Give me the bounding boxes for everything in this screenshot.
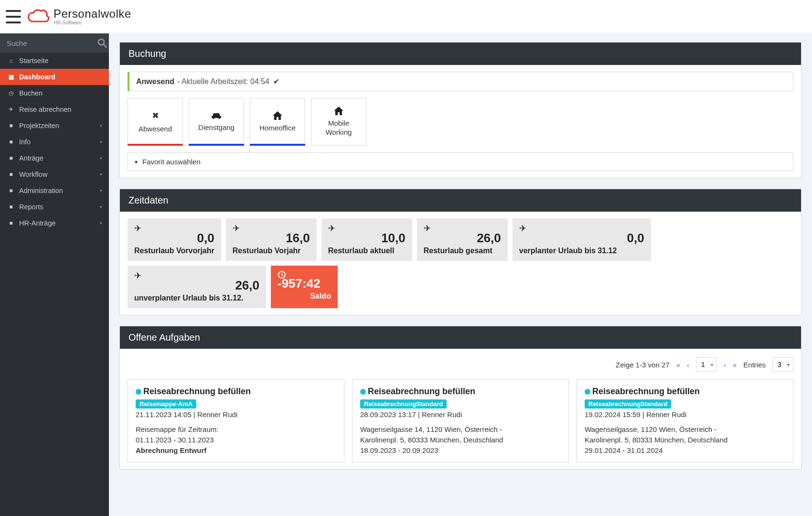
nav-antraege[interactable]: ■Anträge▾ — [0, 150, 109, 166]
hamburger-menu-button[interactable] — [6, 10, 21, 23]
zd-value: 26,0 — [134, 278, 259, 293]
tile-label: Mobile Working — [311, 119, 366, 137]
favorit-select-row[interactable]: ▾ Favorit auswählen — [128, 152, 793, 171]
house-icon — [334, 107, 343, 115]
task-meta: 19.02.2024 15:59 | Renner Rudi — [585, 410, 785, 419]
task-description: Wagenseilgasse 14, 1120 Wien, Österreich… — [360, 424, 561, 455]
pager-range-text: Zeige 1-3 von 27 — [616, 361, 670, 369]
zd-tile-resturlaub-vorvorjahr[interactable]: ✈ 0,0 Resturlaub Vorvorjahr — [128, 218, 221, 261]
zeitdaten-grid: ✈ 0,0 Resturlaub Vorvorjahr ✈ 16,0 Restu… — [128, 218, 793, 308]
brand-subtitle: HR-Software — [54, 21, 131, 25]
home-icon: ⌂ — [7, 57, 15, 64]
search-row — [0, 33, 109, 53]
main-content: Buchung Anwesend - Aktuelle Arbeitszeit:… — [109, 33, 812, 516]
task-card[interactable]: Reiseabrechnung befüllen Reiseabrechnung… — [577, 379, 793, 462]
chevron-down-icon: ▾ — [100, 156, 102, 161]
status-dot-icon — [585, 389, 590, 395]
zd-label: Resturlaub gesamt — [424, 247, 501, 255]
task-card[interactable]: Reiseabrechnung befüllen Reiseabrechnung… — [352, 379, 569, 462]
tile-label: Abwesend — [136, 125, 175, 134]
zd-tile-saldo[interactable]: -957:42 Saldo — [271, 266, 338, 308]
folder-icon: ■ — [7, 171, 15, 178]
nav-buchen[interactable]: ◷Buchen — [0, 85, 109, 101]
tile-label: Dienstgang — [195, 123, 237, 132]
aufgaben-panel: Offene Aufgaben Zeige 1-3 von 27 « ‹ 1 › — [119, 326, 801, 470]
task-description: Reisemappe für Zeitraum: 01.11.2023 - 30… — [136, 424, 336, 455]
pager-next-button[interactable]: › — [724, 361, 726, 369]
nav-label: Startseite — [19, 57, 48, 64]
task-meta: 21.11.2023 14:05 | Renner Rudi — [136, 410, 336, 419]
car-icon — [211, 112, 222, 119]
chevron-down-icon: ▾ — [100, 123, 102, 128]
task-card[interactable]: Reiseabrechnung befüllen Reisemappe-AmA … — [128, 379, 344, 462]
zd-label: Resturlaub Vorvorjahr — [134, 247, 214, 255]
presence-status-text: - Aktuelle Arbeitszeit: 04:54 — [177, 77, 269, 86]
chevron-down-icon: ▾ — [100, 204, 102, 209]
chevron-down-icon: ▾ — [100, 172, 102, 177]
zd-value: 16,0 — [233, 231, 310, 246]
folder-icon: ■ — [7, 220, 15, 226]
status-dot-icon — [136, 389, 141, 395]
buchung-header: Buchung — [120, 43, 801, 65]
nav-label: Anträge — [19, 154, 43, 162]
task-title: Reiseabrechnung befüllen — [143, 387, 251, 397]
status-tile-homeoffice[interactable]: Homeoffice — [250, 98, 305, 146]
folder-icon: ■ — [7, 139, 15, 145]
zd-tile-unverplanter-urlaub[interactable]: ✈ 26,0 unverplanter Urlaub bis 31.12. — [128, 266, 266, 308]
folder-icon: ■ — [7, 155, 15, 161]
entries-label: Entries — [743, 361, 766, 369]
pager-first-button[interactable]: « — [676, 361, 680, 369]
pager-row: Zeige 1-3 von 27 « ‹ 1 › » Entries — [128, 355, 793, 379]
status-tile-mobile-working[interactable]: Mobile Working — [311, 98, 366, 146]
entries-select[interactable]: 3 — [772, 357, 793, 372]
page-select[interactable]: 1 — [696, 357, 717, 372]
search-input[interactable] — [7, 39, 97, 47]
brand-logo[interactable]: Personalwolke HR-Software — [27, 8, 131, 25]
zd-tile-resturlaub-vorjahr[interactable]: ✈ 16,0 Resturlaub Vorjahr — [226, 218, 317, 261]
nav-label: Info — [19, 138, 31, 146]
nav-hr-antraege[interactable]: ■HR-Anträge▾ — [0, 215, 109, 231]
tile-underline — [189, 144, 244, 146]
buchung-panel: Buchung Anwesend - Aktuelle Arbeitszeit:… — [119, 42, 801, 178]
search-icon[interactable] — [97, 38, 107, 48]
pager-prev-button[interactable]: ‹ — [687, 361, 689, 369]
pager-last-button[interactable]: » — [733, 361, 737, 369]
zd-tile-resturlaub-aktuell[interactable]: ✈ 10,0 Resturlaub aktuell — [321, 218, 412, 261]
house-icon — [273, 111, 282, 120]
zd-label: Resturlaub Vorjahr — [233, 247, 310, 255]
check-icon: ✔ — [273, 77, 279, 86]
status-tile-dienstgang[interactable]: Dienstgang — [189, 98, 244, 146]
x-icon: ✖ — [152, 110, 159, 121]
nav-dashboard[interactable]: ▦Dashboard — [0, 69, 109, 85]
zd-value: 0,0 — [519, 231, 644, 246]
favorit-label: Favorit auswählen — [142, 158, 201, 166]
nav-reise-abrechnen[interactable]: ✈Reise abrechnen — [0, 101, 109, 118]
folder-icon: ■ — [7, 187, 15, 194]
zd-tile-verplanter-urlaub[interactable]: ✈ 0,0 verplanter Urlaub bis 31.12 — [513, 218, 651, 261]
zd-tile-resturlaub-gesamt[interactable]: ✈ 26,0 Resturlaub gesamt — [417, 218, 508, 261]
zeitdaten-panel: Zeitdaten ✈ 0,0 Resturlaub Vorvorjahr ✈ … — [119, 189, 801, 315]
task-title: Reiseabrechnung befüllen — [592, 387, 700, 397]
task-card-row: Reiseabrechnung befüllen Reisemappe-AmA … — [128, 379, 793, 462]
status-tile-abwesend[interactable]: ✖ Abwesend — [128, 98, 183, 146]
nav-administration[interactable]: ■Administration▾ — [0, 183, 109, 199]
task-badge: ReiseabrechnungStandard — [360, 399, 447, 408]
tile-label: Homeoffice — [256, 124, 299, 133]
nav-startseite[interactable]: ⌂Startseite — [0, 53, 109, 69]
status-dot-icon — [360, 389, 366, 395]
aufgaben-header: Offene Aufgaben — [120, 326, 801, 349]
nav-workflow[interactable]: ■Workflow▾ — [0, 166, 109, 183]
presence-status-label: Anwesend — [136, 77, 174, 86]
nav-projektzeiten[interactable]: ■Projektzeiten▾ — [0, 118, 109, 134]
nav-reports[interactable]: ■Reports▾ — [0, 199, 109, 215]
nav-label: Administration — [19, 187, 63, 194]
nav-info[interactable]: ■Info▾ — [0, 134, 109, 150]
nav-label: Reise abrechnen — [19, 106, 72, 113]
chevron-down-icon: ▾ — [100, 221, 102, 226]
chevron-down-icon: ▾ — [135, 159, 138, 165]
zd-label: verplanter Urlaub bis 31.12 — [519, 247, 644, 255]
brand-name: Personalwolke — [53, 8, 131, 20]
sidebar: ⌂Startseite ▦Dashboard ◷Buchen ✈Reise ab… — [0, 33, 109, 516]
zd-label: Saldo — [278, 292, 331, 301]
zd-value: 0,0 — [134, 231, 214, 246]
